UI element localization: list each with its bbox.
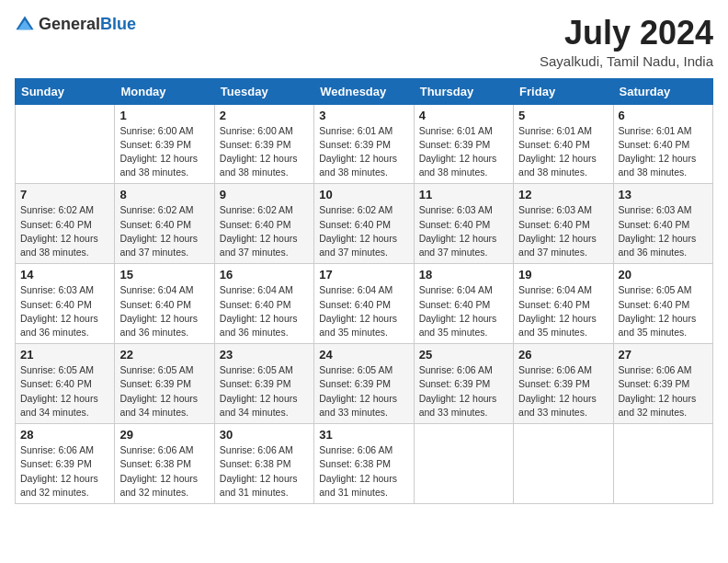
- day-number: 29: [119, 428, 209, 442]
- logo-blue: Blue: [100, 16, 136, 34]
- weekday-header-saturday: Saturday: [613, 78, 712, 104]
- calendar-cell: 28Sunrise: 6:06 AMSunset: 6:39 PMDayligh…: [16, 424, 115, 504]
- day-number: 15: [119, 268, 209, 282]
- day-number: 2: [220, 109, 309, 122]
- calendar-cell: [613, 424, 712, 504]
- cell-info: Sunrise: 6:05 AMSunset: 6:40 PMDaylight:…: [20, 363, 109, 419]
- calendar-cell: 9Sunrise: 6:02 AMSunset: 6:40 PMDaylight…: [214, 184, 313, 264]
- cell-info: Sunrise: 6:06 AMSunset: 6:38 PMDaylight:…: [319, 443, 408, 500]
- cell-info: Sunrise: 6:02 AMSunset: 6:40 PMDaylight:…: [20, 203, 109, 259]
- day-number: 7: [20, 188, 109, 201]
- weekday-header-monday: Monday: [115, 78, 214, 104]
- weekday-header-friday: Friday: [514, 78, 613, 104]
- calendar-cell: 29Sunrise: 6:06 AMSunset: 6:38 PMDayligh…: [115, 424, 214, 504]
- day-number: 12: [518, 188, 608, 201]
- day-number: 17: [319, 268, 408, 282]
- calendar-cell: 22Sunrise: 6:05 AMSunset: 6:39 PMDayligh…: [115, 344, 214, 424]
- day-number: 31: [319, 428, 408, 442]
- day-number: 1: [119, 109, 209, 122]
- calendar-cell: 1Sunrise: 6:00 AMSunset: 6:39 PMDaylight…: [115, 104, 214, 184]
- weekday-header-tuesday: Tuesday: [214, 78, 313, 104]
- cell-info: Sunrise: 6:00 AMSunset: 6:39 PMDaylight:…: [119, 124, 209, 180]
- day-number: 14: [20, 268, 109, 282]
- day-number: 23: [220, 348, 309, 362]
- weekday-header-thursday: Thursday: [414, 78, 513, 104]
- calendar-cell: 2Sunrise: 6:00 AMSunset: 6:39 PMDaylight…: [214, 104, 313, 184]
- calendar-cell: 14Sunrise: 6:03 AMSunset: 6:40 PMDayligh…: [16, 264, 115, 344]
- cell-info: Sunrise: 6:06 AMSunset: 6:39 PMDaylight:…: [419, 363, 508, 419]
- cell-info: Sunrise: 6:03 AMSunset: 6:40 PMDaylight:…: [20, 283, 109, 339]
- cell-info: Sunrise: 6:03 AMSunset: 6:40 PMDaylight:…: [518, 203, 608, 259]
- day-number: 21: [20, 348, 109, 362]
- cell-info: Sunrise: 6:04 AMSunset: 6:40 PMDaylight:…: [220, 283, 309, 339]
- day-number: 18: [419, 268, 508, 282]
- calendar-cell: 31Sunrise: 6:06 AMSunset: 6:38 PMDayligh…: [314, 424, 414, 504]
- calendar-cell: 27Sunrise: 6:06 AMSunset: 6:39 PMDayligh…: [613, 344, 712, 424]
- calendar-cell: 18Sunrise: 6:04 AMSunset: 6:40 PMDayligh…: [414, 264, 513, 344]
- logo-general: General: [39, 16, 100, 34]
- cell-info: Sunrise: 6:02 AMSunset: 6:40 PMDaylight:…: [220, 203, 309, 259]
- day-number: 9: [220, 188, 309, 201]
- calendar-cell: 15Sunrise: 6:04 AMSunset: 6:40 PMDayligh…: [115, 264, 214, 344]
- calendar-cell: 6Sunrise: 6:01 AMSunset: 6:40 PMDaylight…: [613, 104, 712, 184]
- cell-info: Sunrise: 6:04 AMSunset: 6:40 PMDaylight:…: [518, 283, 608, 339]
- day-number: 13: [619, 188, 708, 201]
- month-year-title: July 2024: [540, 15, 713, 52]
- cell-info: Sunrise: 6:00 AMSunset: 6:39 PMDaylight:…: [220, 124, 309, 180]
- page-header: General Blue July 2024 Sayalkudi, Tamil …: [15, 15, 713, 69]
- calendar-cell: 30Sunrise: 6:06 AMSunset: 6:38 PMDayligh…: [214, 424, 313, 504]
- day-number: 11: [419, 188, 508, 201]
- cell-info: Sunrise: 6:04 AMSunset: 6:40 PMDaylight:…: [119, 283, 209, 339]
- day-number: 25: [419, 348, 508, 362]
- calendar-week-row: 21Sunrise: 6:05 AMSunset: 6:40 PMDayligh…: [16, 344, 713, 424]
- cell-info: Sunrise: 6:04 AMSunset: 6:40 PMDaylight:…: [319, 283, 408, 339]
- day-number: 22: [119, 348, 209, 362]
- weekday-header-row: SundayMondayTuesdayWednesdayThursdayFrid…: [16, 78, 713, 104]
- calendar-week-row: 28Sunrise: 6:06 AMSunset: 6:39 PMDayligh…: [16, 424, 713, 504]
- calendar-cell: 10Sunrise: 6:02 AMSunset: 6:40 PMDayligh…: [314, 184, 414, 264]
- calendar-cell: 21Sunrise: 6:05 AMSunset: 6:40 PMDayligh…: [16, 344, 115, 424]
- day-number: 27: [619, 348, 708, 362]
- cell-info: Sunrise: 6:05 AMSunset: 6:39 PMDaylight:…: [220, 363, 309, 419]
- day-number: 24: [319, 348, 408, 362]
- cell-info: Sunrise: 6:05 AMSunset: 6:39 PMDaylight:…: [319, 363, 408, 419]
- weekday-header-sunday: Sunday: [16, 78, 115, 104]
- day-number: 20: [619, 268, 708, 282]
- calendar-cell: [514, 424, 613, 504]
- cell-info: Sunrise: 6:04 AMSunset: 6:40 PMDaylight:…: [419, 283, 508, 339]
- calendar-cell: 19Sunrise: 6:04 AMSunset: 6:40 PMDayligh…: [514, 264, 613, 344]
- cell-info: Sunrise: 6:01 AMSunset: 6:39 PMDaylight:…: [319, 124, 408, 180]
- calendar-cell: 3Sunrise: 6:01 AMSunset: 6:39 PMDaylight…: [314, 104, 414, 184]
- calendar-cell: 7Sunrise: 6:02 AMSunset: 6:40 PMDaylight…: [16, 184, 115, 264]
- calendar-cell: 13Sunrise: 6:03 AMSunset: 6:40 PMDayligh…: [613, 184, 712, 264]
- cell-info: Sunrise: 6:02 AMSunset: 6:40 PMDaylight:…: [119, 203, 209, 259]
- calendar-cell: 5Sunrise: 6:01 AMSunset: 6:40 PMDaylight…: [514, 104, 613, 184]
- day-number: 10: [319, 188, 408, 201]
- day-number: 16: [220, 268, 309, 282]
- calendar-cell: 26Sunrise: 6:06 AMSunset: 6:39 PMDayligh…: [514, 344, 613, 424]
- calendar-cell: [16, 104, 115, 184]
- calendar-table: SundayMondayTuesdayWednesdayThursdayFrid…: [15, 78, 713, 504]
- logo: General Blue: [15, 15, 136, 35]
- day-number: 5: [518, 109, 608, 122]
- cell-info: Sunrise: 6:06 AMSunset: 6:38 PMDaylight:…: [220, 443, 309, 500]
- calendar-cell: 8Sunrise: 6:02 AMSunset: 6:40 PMDaylight…: [115, 184, 214, 264]
- calendar-cell: 17Sunrise: 6:04 AMSunset: 6:40 PMDayligh…: [314, 264, 414, 344]
- day-number: 3: [319, 109, 408, 122]
- calendar-cell: 12Sunrise: 6:03 AMSunset: 6:40 PMDayligh…: [514, 184, 613, 264]
- cell-info: Sunrise: 6:05 AMSunset: 6:40 PMDaylight:…: [619, 283, 708, 339]
- calendar-week-row: 14Sunrise: 6:03 AMSunset: 6:40 PMDayligh…: [16, 264, 713, 344]
- calendar-week-row: 1Sunrise: 6:00 AMSunset: 6:39 PMDaylight…: [16, 104, 713, 184]
- calendar-week-row: 7Sunrise: 6:02 AMSunset: 6:40 PMDaylight…: [16, 184, 713, 264]
- cell-info: Sunrise: 6:06 AMSunset: 6:39 PMDaylight:…: [619, 363, 708, 419]
- calendar-cell: 4Sunrise: 6:01 AMSunset: 6:39 PMDaylight…: [414, 104, 513, 184]
- day-number: 8: [119, 188, 209, 201]
- day-number: 19: [518, 268, 608, 282]
- day-number: 4: [419, 109, 508, 122]
- title-block: July 2024 Sayalkudi, Tamil Nadu, India: [540, 15, 713, 69]
- location-subtitle: Sayalkudi, Tamil Nadu, India: [540, 53, 713, 69]
- cell-info: Sunrise: 6:02 AMSunset: 6:40 PMDaylight:…: [319, 203, 408, 259]
- cell-info: Sunrise: 6:06 AMSunset: 6:39 PMDaylight:…: [20, 443, 109, 500]
- calendar-cell: 11Sunrise: 6:03 AMSunset: 6:40 PMDayligh…: [414, 184, 513, 264]
- cell-info: Sunrise: 6:06 AMSunset: 6:38 PMDaylight:…: [119, 443, 209, 500]
